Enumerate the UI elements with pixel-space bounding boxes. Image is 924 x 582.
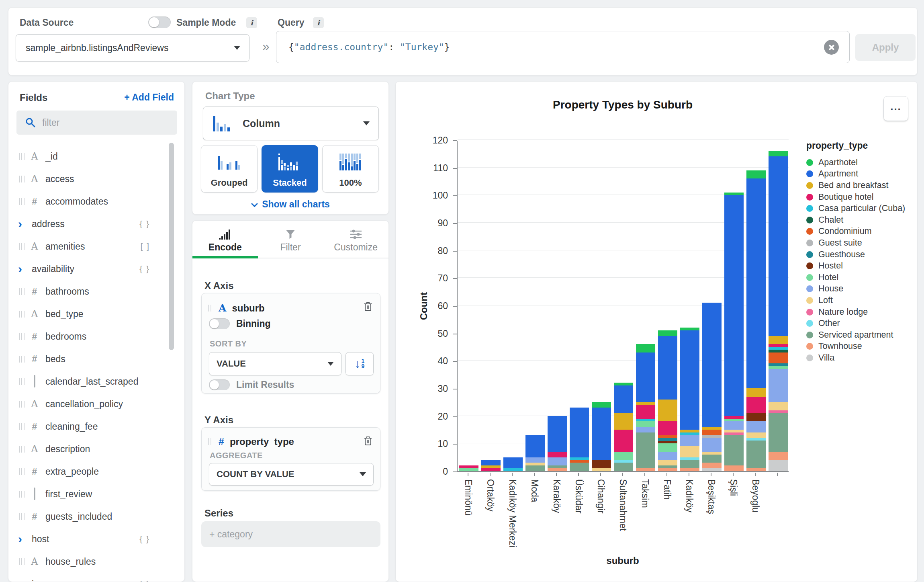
x-tick-mark: [468, 473, 468, 476]
query-value: {"address.country": "Turkey"}: [276, 42, 450, 52]
tab-filter[interactable]: Filter: [258, 226, 323, 258]
field-row-amenities[interactable]: Aamenities[ ]: [8, 235, 169, 258]
chart-variant-100pct[interactable]: 100%: [322, 145, 379, 193]
drag-handle-icon[interactable]: [19, 176, 25, 182]
field-row-calendar_last_scraped[interactable]: calendar_last_scraped: [8, 370, 169, 393]
drag-handle-icon[interactable]: [19, 446, 25, 453]
field-row-description[interactable]: Adescription: [8, 438, 169, 460]
bar-segment: [680, 460, 699, 469]
tab-customize[interactable]: Customize: [323, 226, 388, 258]
drag-handle-icon[interactable]: [208, 438, 213, 445]
drag-handle-icon[interactable]: [19, 153, 25, 160]
query-info-icon[interactable]: i: [313, 17, 324, 28]
drag-handle-icon[interactable]: [19, 243, 25, 250]
chart-menu-button[interactable]: ...: [883, 96, 908, 121]
field-filter-box[interactable]: [16, 111, 177, 135]
bar-segment: [548, 457, 567, 466]
field-row-beds[interactable]: #beds: [8, 348, 169, 370]
field-row-images[interactable]: ›images{ }: [8, 573, 169, 582]
arrow-down-icon: ↓: [355, 357, 361, 371]
show-all-charts-link[interactable]: Show all charts: [192, 199, 388, 210]
bar-segment: [724, 421, 744, 430]
legend-swatch: [806, 159, 813, 166]
chevron-right-icon[interactable]: ›: [18, 265, 28, 273]
field-type-badge: [ ]: [140, 242, 150, 251]
legend-label: Guest suite: [818, 238, 862, 248]
legend-item: Villa: [806, 352, 905, 364]
field-name: cleaning_fee: [45, 421, 98, 432]
limit-results-toggle[interactable]: [209, 379, 230, 390]
bar-segment: [724, 435, 744, 466]
drag-handle-icon[interactable]: [19, 491, 25, 498]
field-row-address[interactable]: ›address{ }: [8, 213, 169, 235]
trash-icon[interactable]: [363, 436, 373, 446]
binning-toggle[interactable]: [209, 318, 230, 329]
chevron-right-icon[interactable]: ›: [18, 220, 28, 228]
x-tick-mark: [711, 473, 711, 476]
clear-query-icon[interactable]: [824, 40, 839, 55]
number-type-icon: #: [28, 421, 41, 432]
field-row-guests_included[interactable]: #guests_included: [8, 505, 169, 528]
field-row-bathrooms[interactable]: #bathrooms: [8, 280, 169, 303]
field-row-bedrooms[interactable]: #bedrooms: [8, 325, 169, 348]
chevron-right-icon[interactable]: ›: [18, 580, 28, 582]
field-row-access[interactable]: Aaccess: [8, 168, 169, 190]
field-row-availability[interactable]: ›availability{ }: [8, 258, 169, 280]
field-row-extra_people[interactable]: #extra_people: [8, 460, 169, 483]
field-filter-input[interactable]: [42, 117, 163, 128]
chart-variant-grouped[interactable]: Grouped: [201, 145, 258, 193]
drag-handle-icon[interactable]: [19, 356, 25, 363]
numeric-sort-icon: 19: [362, 359, 365, 369]
tab-encode[interactable]: Encode: [192, 226, 258, 258]
drag-handle-icon[interactable]: [19, 198, 25, 205]
drag-handle-icon[interactable]: [19, 401, 25, 408]
legend-swatch: [806, 332, 813, 338]
drag-handle-icon[interactable]: [19, 333, 25, 340]
drag-handle-icon[interactable]: [19, 311, 25, 318]
sort-by-select[interactable]: VALUE: [209, 352, 341, 375]
field-row-first_review[interactable]: first_review: [8, 483, 169, 505]
field-row-cleaning_fee[interactable]: #cleaning_fee: [8, 415, 169, 438]
fields-panel: Fields + Add Field A_idAaccess#accommoda…: [8, 81, 185, 582]
field-row-host[interactable]: ›host{ }: [8, 528, 169, 550]
drag-handle-icon[interactable]: [19, 513, 25, 520]
bar-segment: [724, 416, 744, 419]
fields-scrollbar[interactable]: [169, 143, 174, 350]
bar-segment: [769, 366, 788, 369]
drag-handle-icon[interactable]: [19, 468, 25, 475]
bar-segment: [614, 413, 633, 430]
chart-panel: Property Types by Suburb ... Count subur…: [395, 81, 918, 582]
sample-mode-toggle[interactable]: [148, 16, 171, 28]
field-row-accommodates[interactable]: #accommodates: [8, 190, 169, 213]
sample-mode-info-icon[interactable]: i: [246, 17, 257, 28]
bar-segment: [636, 432, 655, 468]
drag-handle-icon[interactable]: [19, 288, 25, 295]
series-drop-zone[interactable]: + category: [201, 521, 380, 547]
chevron-right-icon[interactable]: ›: [18, 535, 28, 543]
legend-item: House: [806, 283, 905, 295]
bar-segment: [724, 419, 744, 422]
field-row-_id[interactable]: A_id: [8, 145, 169, 168]
add-field-button[interactable]: + Add Field: [124, 92, 174, 103]
trash-icon[interactable]: [363, 301, 373, 312]
plot-area: [457, 141, 789, 472]
sort-direction-button[interactable]: ↓ 19: [345, 352, 374, 375]
bar-segment: [702, 430, 722, 435]
aggregate-value: COUNT BY VALUE: [209, 469, 294, 480]
aggregate-select[interactable]: COUNT BY VALUE: [209, 463, 374, 486]
chart-type-select[interactable]: Column: [203, 107, 379, 140]
field-row-cancellation_policy[interactable]: Acancellation_policy: [8, 393, 169, 415]
drag-handle-icon[interactable]: [208, 305, 213, 311]
field-row-bed_type[interactable]: Abed_type: [8, 303, 169, 325]
apply-button[interactable]: Apply: [855, 34, 916, 61]
data-source-select[interactable]: sample_airbnb.listingsAndReviews: [16, 34, 249, 61]
field-row-house_rules[interactable]: Ahouse_rules: [8, 550, 169, 573]
drag-handle-icon[interactable]: [19, 558, 25, 565]
string-type-icon: A: [28, 241, 41, 252]
chart-variant-stacked[interactable]: Stacked: [262, 145, 318, 193]
drag-handle-icon[interactable]: [19, 423, 25, 430]
stacked-bar-Şişli: [724, 193, 744, 471]
drag-handle-icon[interactable]: [19, 378, 25, 385]
query-input[interactable]: {"address.country": "Turkey"}: [276, 31, 850, 63]
bar-segment: [503, 457, 523, 468]
